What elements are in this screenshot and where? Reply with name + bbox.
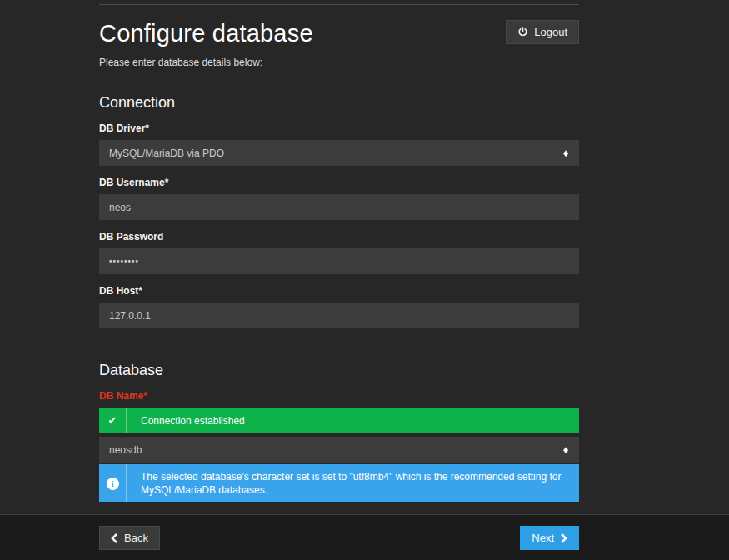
page-subtitle: Please enter database details below: (99, 57, 579, 68)
next-button-label: Next (532, 532, 554, 544)
chevron-right-icon (560, 533, 567, 543)
db-password-label: DB Password (99, 231, 579, 242)
field-db-name: DB Name* ✔ Connection established neosdb… (99, 390, 579, 526)
field-db-password: DB Password (99, 231, 579, 274)
logout-button[interactable]: Logout (506, 20, 579, 44)
charset-info-alert: i The selected database's character set … (99, 464, 579, 502)
db-driver-label: DB Driver* (99, 122, 579, 134)
db-host-label: DB Host* (99, 285, 579, 297)
db-name-select[interactable]: neosdb ♦ (99, 437, 579, 462)
connection-success-message: Connection established (127, 408, 259, 433)
db-name-selected-value: neosdb (99, 437, 552, 462)
info-icon: i (107, 478, 119, 490)
chevron-left-icon (111, 533, 118, 543)
section-heading-database: Database (99, 362, 579, 379)
top-divider (99, 4, 579, 5)
power-icon (517, 27, 528, 38)
db-name-label: DB Name* (99, 390, 579, 402)
field-db-host: DB Host* (99, 285, 579, 328)
back-button-label: Back (124, 532, 148, 544)
connection-success-alert: ✔ Connection established (99, 408, 579, 433)
field-db-username: DB Username* (99, 177, 579, 220)
next-button[interactable]: Next (520, 526, 579, 550)
page-title: Configure database (99, 20, 313, 48)
checkmark-icon-cell: ✔ (99, 408, 127, 433)
db-username-input[interactable] (99, 194, 579, 220)
main-content: Configure database Logout Please enter d… (99, 0, 579, 526)
db-host-input[interactable] (99, 302, 579, 328)
checkmark-icon: ✔ (108, 414, 117, 427)
db-driver-selected-value: MySQL/MariaDB via PDO (99, 140, 552, 166)
back-button[interactable]: Back (99, 526, 160, 550)
info-icon-cell: i (99, 464, 127, 502)
page-header: Configure database Logout (99, 20, 579, 48)
wizard-footer: Back Next (0, 514, 729, 560)
charset-info-message: The selected database's character set is… (127, 464, 579, 502)
db-username-label: DB Username* (99, 177, 579, 188)
logout-button-label: Logout (534, 26, 567, 38)
db-driver-select[interactable]: MySQL/MariaDB via PDO ♦ (99, 140, 579, 166)
db-password-input[interactable] (99, 248, 579, 274)
field-db-driver: DB Driver* MySQL/MariaDB via PDO ♦ (99, 122, 579, 166)
section-heading-connection: Connection (99, 94, 579, 112)
dropdown-indicator-icon[interactable]: ♦ (552, 437, 579, 462)
dropdown-indicator-icon[interactable]: ♦ (552, 140, 579, 166)
